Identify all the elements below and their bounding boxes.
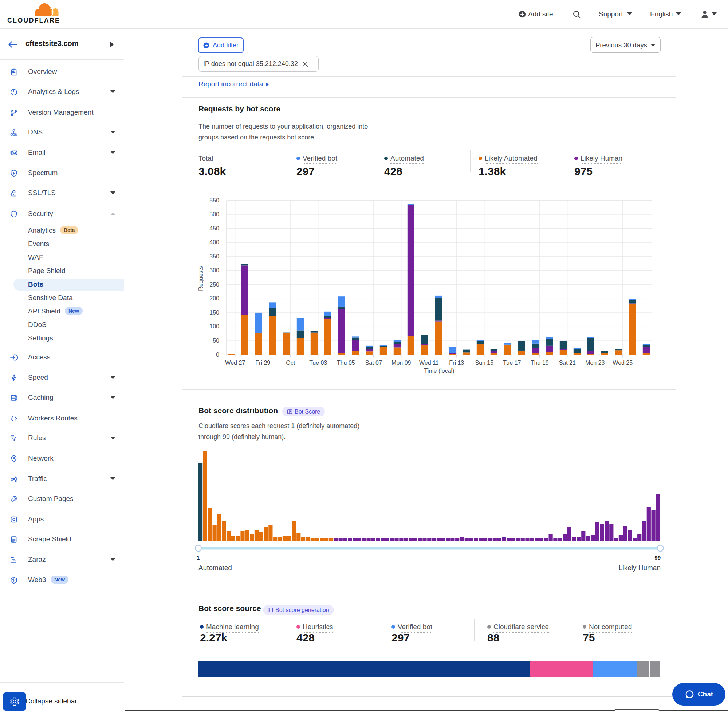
svg-text:50: 50 — [213, 338, 219, 344]
svg-text:Requests: Requests — [198, 266, 204, 291]
svg-text:Sat 21: Sat 21 — [559, 360, 576, 366]
svg-text:Fri 29: Fri 29 — [255, 360, 270, 366]
svg-text:Wed 25: Wed 25 — [613, 360, 633, 366]
svg-text:Mon 23: Mon 23 — [585, 360, 604, 366]
svg-text:Sat 07: Sat 07 — [365, 360, 382, 366]
svg-text:Fri 13: Fri 13 — [449, 360, 464, 366]
svg-text:Wed 27: Wed 27 — [225, 360, 245, 366]
svg-text:550: 550 — [210, 197, 219, 204]
svg-text:400: 400 — [210, 239, 219, 245]
svg-text:Tue 17: Tue 17 — [503, 360, 521, 366]
svg-text:Thu 19: Thu 19 — [531, 360, 549, 366]
svg-text:0: 0 — [216, 352, 219, 358]
svg-text:250: 250 — [210, 282, 219, 288]
svg-text:200: 200 — [210, 295, 219, 301]
svg-text:CLOUDFLARE: CLOUDFLARE — [7, 17, 60, 24]
svg-text:Thu 05: Thu 05 — [337, 360, 355, 366]
svg-text:450: 450 — [210, 225, 219, 232]
svg-text:Sun 15: Sun 15 — [475, 360, 493, 366]
svg-text:Time (local): Time (local) — [424, 368, 455, 374]
svg-text:500: 500 — [210, 211, 219, 217]
svg-text:Tue 03: Tue 03 — [309, 360, 327, 366]
svg-text:Oct: Oct — [286, 360, 295, 366]
svg-text:150: 150 — [210, 310, 219, 316]
svg-text:Mon 09: Mon 09 — [391, 360, 411, 366]
svg-text:350: 350 — [210, 254, 219, 260]
svg-text:300: 300 — [210, 267, 219, 273]
svg-text:100: 100 — [210, 323, 219, 329]
svg-text:Wed 11: Wed 11 — [419, 360, 439, 366]
